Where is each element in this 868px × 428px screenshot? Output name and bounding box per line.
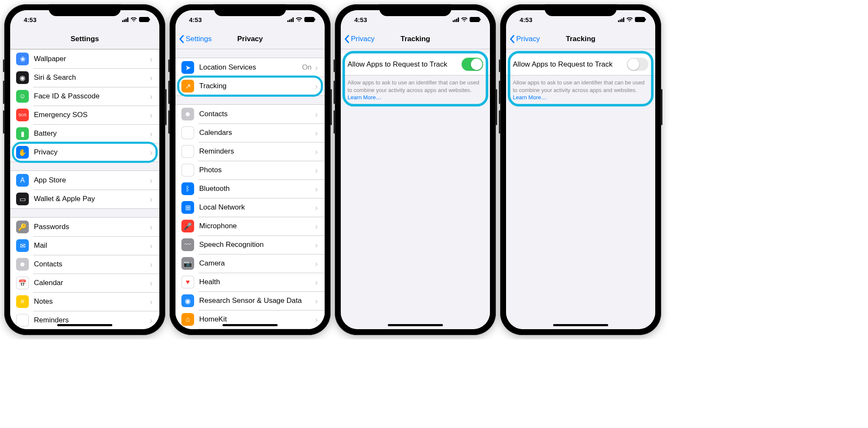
row-label: Privacy [34, 148, 150, 157]
settings-row[interactable]: ≡Notes› [10, 292, 159, 311]
settings-row[interactable]: ◉Siri & Search› [10, 68, 159, 87]
settings-row[interactable]: ☻Contacts› [175, 105, 325, 123]
tracking-footer: Allow apps to ask to use an identifier t… [506, 76, 655, 105]
tracking-toggle[interactable] [462, 58, 483, 71]
chevron-right-icon: › [150, 110, 153, 120]
row-icon: ⋮ [181, 145, 194, 158]
wifi-icon [131, 17, 137, 22]
row-label: Microphone [199, 222, 315, 230]
row-icon: ⌂ [181, 313, 194, 326]
row-label: Calendars [199, 129, 315, 137]
nav-bar: Privacy Tracking [506, 29, 655, 49]
tracking-toggle[interactable] [627, 58, 648, 71]
home-indicator[interactable] [223, 324, 278, 326]
row-label: Wallpaper [34, 55, 150, 63]
chevron-right-icon: › [150, 148, 153, 157]
row-icon: ▦ [181, 126, 194, 139]
settings-row[interactable]: AApp Store› [10, 171, 159, 190]
page-title: Tracking [566, 35, 595, 43]
wifi-icon [296, 17, 302, 22]
settings-row[interactable]: ⊞Local Network› [175, 198, 325, 217]
phone-settings: 4:53 Settings ❀Wallpaper›◉Siri & Search›… [4, 4, 165, 335]
settings-row[interactable]: ❀Wallpaper› [10, 50, 159, 68]
row-icon: ➤ [181, 61, 194, 74]
chevron-right-icon: › [315, 165, 318, 175]
phone-tracking-off: 4:53 Privacy Tracking Allow Apps to Requ… [500, 4, 661, 335]
row-label: Reminders [199, 147, 315, 156]
settings-row[interactable]: ✋Privacy› [10, 143, 159, 162]
row-label: Emergency SOS [34, 111, 150, 119]
allow-tracking-row[interactable]: Allow Apps to Request to Track [341, 53, 490, 76]
row-icon: ≡ [16, 295, 29, 308]
settings-row[interactable]: ☻Contacts› [10, 255, 159, 274]
status-indicators [122, 17, 149, 22]
back-button[interactable]: Privacy [509, 29, 540, 49]
row-label: Passwords [34, 223, 150, 231]
settings-row[interactable]: ⋮Reminders› [175, 142, 325, 161]
settings-row[interactable]: ▦Calendars› [175, 123, 325, 142]
row-icon: ⋮ [16, 314, 29, 327]
settings-row[interactable]: ᛒBluetooth› [175, 179, 325, 198]
row-icon: ❀ [16, 53, 29, 65]
settings-row[interactable]: ↗Tracking› [175, 77, 325, 95]
settings-row[interactable]: ♥Health› [175, 273, 325, 291]
row-icon: ✿ [181, 164, 194, 176]
page-title: Settings [70, 35, 99, 43]
chevron-right-icon: › [150, 194, 153, 204]
privacy-list[interactable]: ➤Location ServicesOn›↗Tracking›☻Contacts… [175, 49, 325, 329]
settings-row[interactable]: ✿Photos› [175, 161, 325, 179]
chevron-right-icon: › [315, 277, 318, 287]
home-indicator[interactable] [57, 324, 112, 326]
nav-bar: Settings [10, 29, 159, 49]
settings-row[interactable]: ▭Wallet & Apple Pay› [10, 190, 159, 208]
learn-more-link[interactable]: Learn More… [348, 94, 381, 101]
row-label: Mail [34, 241, 150, 250]
home-indicator[interactable] [388, 324, 443, 326]
settings-row[interactable]: 📷Camera› [175, 254, 325, 273]
row-icon: ☺ [16, 90, 29, 103]
row-label: Contacts [199, 110, 315, 118]
settings-list[interactable]: ❀Wallpaper›◉Siri & Search›☺Face ID & Pas… [10, 49, 159, 329]
row-label: Siri & Search [34, 73, 150, 82]
row-icon: 📷 [181, 257, 194, 270]
status-time: 4:53 [354, 16, 367, 23]
back-button[interactable]: Settings [179, 29, 211, 49]
allow-tracking-row[interactable]: Allow Apps to Request to Track [506, 53, 655, 76]
battery-icon [139, 17, 149, 22]
chevron-right-icon: › [150, 73, 153, 83]
settings-row[interactable]: ▮Battery› [10, 124, 159, 143]
settings-row[interactable]: 🎤Microphone› [175, 217, 325, 235]
settings-row[interactable]: 〰Speech Recognition› [175, 235, 325, 254]
cellular-icon [618, 17, 624, 22]
learn-more-link[interactable]: Learn More… [513, 94, 546, 101]
settings-row[interactable]: 🔑Passwords› [10, 218, 159, 236]
row-label: Photos [199, 166, 315, 174]
row-icon: SOS [16, 109, 29, 121]
back-button[interactable]: Privacy [344, 29, 375, 49]
row-detail: On [302, 63, 312, 72]
chevron-right-icon: › [315, 296, 318, 306]
row-icon: 〰 [181, 238, 194, 251]
cellular-icon [453, 17, 459, 22]
row-label: Bluetooth [199, 185, 315, 193]
home-indicator[interactable] [553, 324, 608, 326]
row-label: Health [199, 278, 315, 286]
settings-row[interactable]: 📅Calendar› [10, 274, 159, 292]
tracking-content: Allow Apps to Request to Track Allow app… [341, 49, 490, 329]
settings-row[interactable]: ☺Face ID & Passcode› [10, 87, 159, 106]
chevron-right-icon: › [315, 147, 318, 157]
settings-row[interactable]: ◉Research Sensor & Usage Data› [175, 291, 325, 310]
chevron-right-icon: › [150, 92, 153, 101]
settings-row[interactable]: ✉Mail› [10, 236, 159, 255]
phone-tracking-on: 4:53 Privacy Tracking Allow Apps to Requ… [335, 4, 496, 335]
row-label: Notes [34, 297, 150, 306]
phone-privacy: 4:53 Settings Privacy ➤Location Services… [170, 4, 331, 335]
back-label: Settings [186, 35, 211, 43]
chevron-right-icon: › [315, 315, 318, 324]
chevron-left-icon [509, 35, 515, 43]
settings-row[interactable]: ♪Media & Apple Music› [175, 329, 325, 329]
chevron-right-icon: › [150, 222, 153, 232]
settings-row[interactable]: ⋮Reminders› [10, 311, 159, 329]
settings-row[interactable]: SOSEmergency SOS› [10, 106, 159, 124]
settings-row[interactable]: ➤Location ServicesOn› [175, 58, 325, 77]
